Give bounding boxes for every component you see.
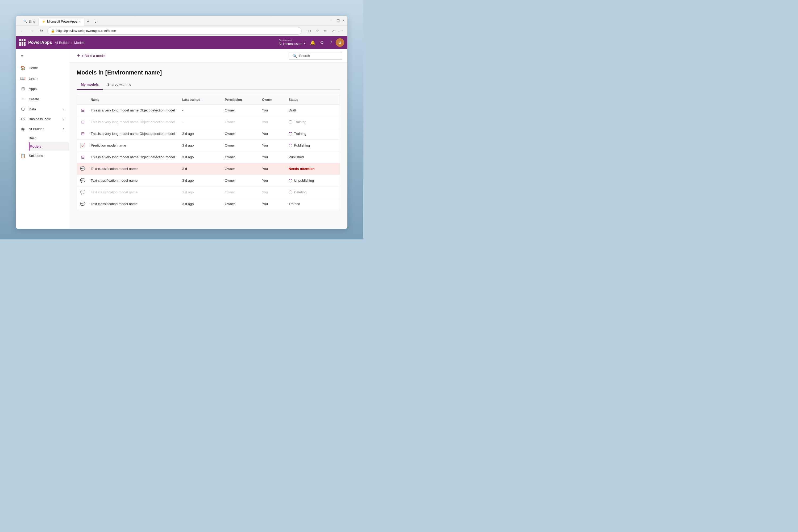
unpublishing-spinner-icon [289, 179, 292, 183]
data-icon: ⬡ [20, 107, 25, 112]
share-icon[interactable]: ↗ [330, 27, 337, 34]
model-name: Text classification model name [91, 190, 182, 194]
model-permission: Owner [225, 120, 262, 124]
sidebar-label-ai-builder: AI Builder [29, 127, 44, 131]
table-row[interactable]: ⊟ This is a very long model name Object … [77, 116, 340, 128]
user-avatar[interactable]: U [336, 38, 344, 47]
col-status[interactable]: Status [289, 98, 337, 101]
app-wrapper: PowerApps AI Builder › Models Environmen… [16, 36, 347, 229]
close-button[interactable]: ✕ [342, 19, 345, 23]
model-name: This is a very long model name Object de… [91, 132, 182, 136]
sidebar-item-business-logic[interactable]: </> Business logic ∨ [16, 114, 69, 124]
model-name: Text classification model name [91, 167, 182, 171]
url-text: https://preview.web.powerapps.com/home [56, 29, 116, 33]
tab-powerapps[interactable]: ⚡ Microsoft PowerApps ✕ [38, 18, 84, 25]
sidebar-item-data[interactable]: ⬡ Data ∨ [16, 104, 69, 114]
app-launcher-button[interactable] [19, 39, 25, 46]
sidebar-label-solutions: Solutions [29, 154, 43, 158]
model-status: Publishing [289, 144, 337, 147]
address-bar-icons: ⊡ ☆ ✏ ↗ ⋯ [306, 27, 345, 34]
forward-button[interactable]: → [28, 27, 36, 35]
col-owner[interactable]: Owner [262, 98, 289, 101]
main-content: + + Build a model 🔍 Models in [Environme… [69, 49, 347, 229]
col-last-trained[interactable]: Last trained ↓ [182, 98, 225, 101]
topnav-right: Environment All internal users ∨ 🔔 ⚙ ? U [277, 38, 344, 47]
model-last-trained: 3 d ago [182, 132, 225, 136]
breadcrumb-ai-builder[interactable]: AI Builder [55, 41, 70, 45]
model-owner: You [262, 108, 289, 112]
reader-mode-icon[interactable]: ⊡ [306, 27, 313, 34]
sidebar-item-ai-builder[interactable]: ◉ AI Builder ∧ [16, 124, 69, 134]
col-permission[interactable]: Permission [225, 98, 262, 101]
table-row[interactable]: ⊟ This is a very long model name Object … [77, 151, 340, 163]
notifications-icon[interactable]: 🔔 [308, 38, 317, 47]
sidebar-item-create[interactable]: + Create [16, 94, 69, 104]
new-tab-button[interactable]: + [84, 18, 92, 25]
model-name: Prediction model name [91, 144, 182, 147]
learn-icon: 📖 [20, 76, 25, 81]
model-last-trained: - [182, 108, 225, 112]
model-permission: Owner [225, 190, 262, 194]
model-type-icon: 📈 [80, 143, 86, 148]
environment-label: Environment [279, 39, 302, 42]
model-last-trained: 3 d ago [182, 178, 225, 183]
favorites-icon[interactable]: ☆ [314, 27, 321, 34]
back-button[interactable]: ← [19, 27, 26, 35]
settings-more-icon[interactable]: ⋯ [338, 27, 345, 34]
sidebar-item-build[interactable]: Build [29, 134, 69, 142]
models-table: Name Last trained ↓ Permission Owner [77, 95, 340, 210]
environment-selector[interactable]: Environment All internal users ∨ [277, 38, 308, 47]
settings-icon[interactable]: ⚙ [318, 38, 326, 47]
sidebar-item-models[interactable]: Models [29, 142, 69, 151]
business-logic-chevron-icon: ∨ [62, 117, 65, 121]
tab-powerapps-label: Microsoft PowerApps [47, 20, 77, 23]
sidebar-item-apps[interactable]: ⊞ Apps [16, 83, 69, 94]
table-row[interactable]: ⊟ This is a very long model name Object … [77, 128, 340, 140]
model-status: Unpublishing [289, 178, 337, 183]
model-type-icon: ⊟ [80, 108, 86, 113]
search-input[interactable] [299, 54, 339, 58]
model-status: Training [289, 120, 337, 124]
minimize-button[interactable]: — [331, 19, 335, 23]
model-last-trained: - [182, 120, 225, 124]
url-input[interactable]: 🔒 https://preview.web.powerapps.com/home [48, 27, 302, 35]
ai-builder-chevron-icon: ∧ [62, 127, 65, 131]
sidebar-label-create: Create [29, 97, 39, 101]
sidebar-item-learn[interactable]: 📖 Learn [16, 73, 69, 83]
build-model-label: + Build a model [82, 54, 106, 58]
sidebar-toggle-button[interactable]: ≡ [17, 51, 28, 62]
model-name: This is a very long model name Object de… [91, 120, 182, 124]
tab-list-button[interactable]: ∨ [92, 18, 99, 25]
maximize-button[interactable]: ❐ [336, 19, 340, 23]
col-name[interactable]: Name [91, 98, 182, 101]
table-row[interactable]: ⊟ This is a very long model name Object … [77, 104, 340, 116]
refresh-button[interactable]: ↻ [38, 27, 45, 35]
help-icon[interactable]: ? [327, 38, 335, 47]
table-row[interactable]: 💬 Text classification model name 3 d ago… [77, 175, 340, 187]
tab-my-models[interactable]: My models [77, 80, 103, 90]
tab-bing[interactable]: 🔍 Bing [20, 18, 38, 25]
sidebar-item-home[interactable]: 🏠 Home [16, 63, 69, 73]
table-row[interactable]: 📈 Prediction model name 3 d ago Owner Yo… [77, 140, 340, 151]
tab-shared-with-me[interactable]: Shared with me [103, 80, 135, 90]
build-model-button[interactable]: + + Build a model [75, 51, 108, 60]
content-toolbar: + + Build a model 🔍 [69, 49, 347, 63]
table-row[interactable]: 💬 Text classification model name 3 d ago… [77, 198, 340, 210]
table-row[interactable]: 💬 Text classification model name 3 d Own… [77, 163, 340, 175]
search-box[interactable]: 🔍 [289, 52, 342, 60]
page-body: Models in [Environment name] My models S… [69, 63, 347, 216]
model-owner: You [262, 190, 289, 194]
model-type-icon: 💬 [80, 201, 86, 207]
pen-icon[interactable]: ✏ [322, 27, 329, 34]
model-status: Published [289, 155, 337, 159]
table-row[interactable]: 💬 Text classification model name 3 d ago… [77, 187, 340, 198]
tab-close-button[interactable]: ✕ [79, 20, 81, 23]
ai-builder-submenu: Build Models [16, 134, 69, 151]
model-status: Deleting [289, 190, 337, 194]
col-name-label: Name [91, 98, 99, 101]
create-icon: + [20, 97, 25, 101]
col-permission-label: Permission [225, 98, 242, 101]
data-chevron-icon: ∨ [62, 108, 65, 111]
environment-text: Environment All internal users [279, 39, 302, 46]
sidebar-item-solutions[interactable]: 📋 Solutions [16, 151, 69, 161]
